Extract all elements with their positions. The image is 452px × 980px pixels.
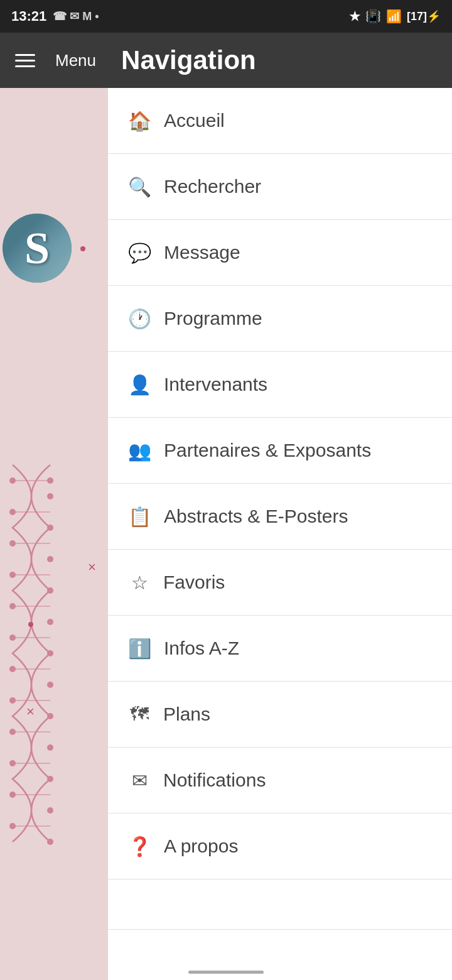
svg-point-29: [47, 713, 53, 719]
home-indicator: [188, 971, 264, 974]
bluetooth-icon: ★: [349, 9, 360, 24]
nav-item-rechercher[interactable]: 🔍 Rechercher: [108, 154, 452, 220]
app-header: Menu Navigation: [0, 33, 452, 88]
message-icon: 💬: [128, 242, 151, 264]
nav-label-intervenants: Intervenants: [164, 374, 267, 395]
nav-label-programme: Programme: [164, 308, 262, 329]
nav-item-notifications[interactable]: ✉ Notifications: [108, 748, 452, 814]
svg-point-37: [47, 839, 53, 845]
nav-item-accueil[interactable]: 🏠 Accueil: [108, 88, 452, 154]
svg-point-35: [47, 807, 53, 814]
svg-point-17: [47, 525, 53, 531]
svg-point-34: [9, 792, 16, 798]
nav-item-plans[interactable]: 🗺 Plans: [108, 682, 452, 748]
svg-point-31: [47, 744, 53, 751]
status-icons: ★ 📳 📶 [17]⚡: [349, 9, 441, 24]
svg-point-20: [9, 572, 16, 578]
main-layout: S × × ×: [0, 88, 452, 980]
info-icon: ℹ️: [128, 638, 151, 660]
clipboard-icon: 📋: [128, 506, 151, 528]
svg-point-16: [9, 509, 16, 515]
search-icon: 🔍: [128, 176, 151, 198]
nav-item-favoris[interactable]: ☆ Favoris: [108, 550, 452, 616]
nav-label-plans: Plans: [163, 704, 210, 725]
nav-label-message: Message: [164, 242, 240, 263]
nav-label-abstracts: Abstracts & E-Posters: [164, 506, 348, 527]
nav-item-message[interactable]: 💬 Message: [108, 220, 452, 286]
svg-point-18: [9, 540, 16, 547]
nav-item-apropos[interactable]: ❓ A propos: [108, 814, 452, 879]
menu-label[interactable]: Menu: [55, 51, 96, 70]
menu-button[interactable]: [15, 54, 35, 67]
nav-label-rechercher: Rechercher: [164, 176, 261, 197]
svg-point-25: [47, 650, 53, 656]
nav-label-accueil: Accueil: [164, 110, 225, 131]
svg-point-28: [9, 697, 16, 704]
svg-point-36: [9, 823, 16, 829]
star-icon: ☆: [128, 572, 151, 594]
page-title: Navigation: [121, 45, 256, 75]
svg-point-21: [47, 587, 53, 594]
nav-label-partenaires: Partenaires & Exposants: [164, 440, 371, 461]
svg-point-15: [47, 493, 53, 499]
status-bar: 13:21 ☎ ✉ M • ★ 📳 📶 [17]⚡: [0, 0, 452, 33]
svg-point-22: [9, 603, 16, 609]
map-icon: 🗺: [128, 704, 151, 725]
nav-label-notifications: Notifications: [163, 770, 266, 791]
svg-point-13: [9, 477, 16, 484]
svg-point-27: [47, 682, 53, 688]
clock-icon: 🕐: [128, 308, 151, 330]
battery-icon: [17]⚡: [407, 9, 441, 23]
nav-item-infos[interactable]: ℹ️ Infos A-Z: [108, 616, 452, 682]
svg-point-32: [9, 760, 16, 766]
nav-label-favoris: Favoris: [163, 572, 225, 593]
help-icon: ❓: [128, 836, 151, 858]
status-time: 13:21 ☎ ✉ M •: [11, 8, 99, 24]
svg-point-14: [47, 477, 53, 484]
navigation-menu: 🏠 Accueil 🔍 Rechercher 💬 Message 🕐 Progr…: [108, 88, 452, 980]
nav-label-apropos: A propos: [164, 836, 238, 857]
svg-point-26: [9, 666, 16, 672]
avatar: S: [3, 214, 72, 283]
person-icon: 👤: [128, 374, 151, 396]
envelope-icon: ✉: [128, 770, 151, 792]
nav-item-programme[interactable]: 🕐 Programme: [108, 286, 452, 352]
nav-item-abstracts[interactable]: 📋 Abstracts & E-Posters: [108, 484, 452, 550]
group-icon: 👥: [128, 440, 151, 462]
wifi-icon: 📶: [386, 9, 402, 24]
svg-point-24: [9, 634, 16, 641]
nav-item-partenaires[interactable]: 👥 Partenaires & Exposants: [108, 418, 452, 484]
nav-bottom-spacer: [108, 879, 452, 930]
sidebar: S × × ×: [0, 88, 108, 980]
vibrate-icon: 📳: [365, 9, 381, 24]
svg-point-19: [47, 556, 53, 562]
nav-label-infos: Infos A-Z: [164, 638, 239, 659]
svg-point-23: [47, 619, 53, 625]
home-icon: 🏠: [128, 110, 151, 132]
nav-item-intervenants[interactable]: 👤 Intervenants: [108, 352, 452, 418]
svg-point-30: [9, 729, 16, 735]
svg-point-33: [47, 776, 53, 782]
